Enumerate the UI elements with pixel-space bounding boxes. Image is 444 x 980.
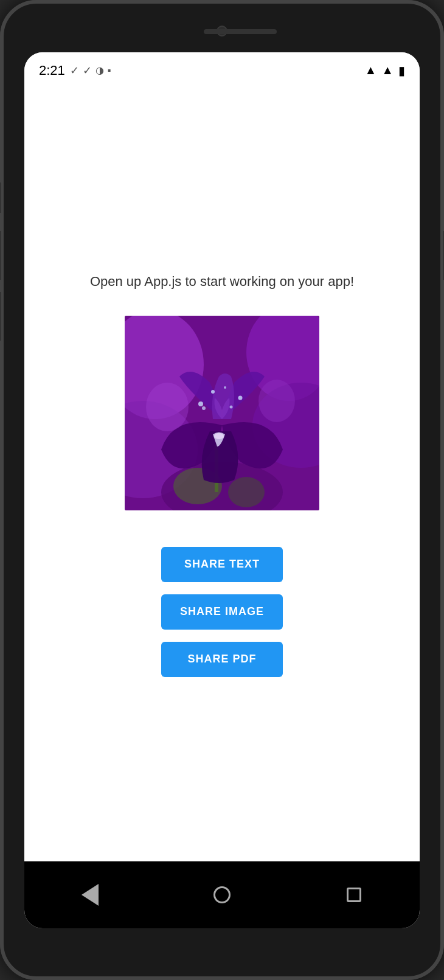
flower-svg — [125, 316, 319, 510]
home-icon — [213, 886, 231, 903]
back-button[interactable] — [75, 880, 105, 910]
main-content: Open up App.js to start working on your … — [24, 89, 420, 861]
volume-up-button — [0, 182, 1, 213]
app-description: Open up App.js to start working on your … — [90, 273, 354, 291]
share-image-button[interactable]: SHARE IMAGE — [161, 594, 283, 630]
status-left: 2:21 ✓ ✓ ◑ ▪ — [39, 63, 111, 78]
svg-point-14 — [211, 390, 215, 394]
sd-card-icon: ▪ — [108, 65, 111, 76]
svg-point-11 — [202, 406, 206, 410]
flower-image — [125, 316, 319, 510]
wifi-icon: ▲ — [364, 63, 376, 77]
battery-icon: ▮ — [398, 63, 405, 78]
share-text-button[interactable]: SHARE TEXT — [161, 547, 283, 582]
recent-icon — [347, 888, 361, 902]
svg-point-17 — [258, 380, 295, 422]
signal-icon: ▲ — [381, 63, 394, 77]
silent-button — [0, 292, 1, 341]
home-button[interactable] — [207, 880, 237, 910]
back-icon — [82, 884, 99, 906]
phone-device: 2:21 ✓ ✓ ◑ ▪ ▲ ▲ ▮ Open up App.js to sta… — [0, 0, 444, 980]
nav-bar — [24, 861, 420, 928]
svg-point-16 — [146, 383, 189, 431]
status-time: 2:21 — [39, 63, 65, 78]
svg-point-9 — [214, 433, 224, 439]
phone-screen: 2:21 ✓ ✓ ◑ ▪ ▲ ▲ ▮ Open up App.js to sta… — [24, 52, 420, 928]
check-icon-2: ✓ — [83, 64, 92, 77]
svg-point-13 — [230, 405, 233, 408]
buttons-container: SHARE TEXT SHARE IMAGE SHARE PDF — [161, 547, 283, 677]
check-icon-1: ✓ — [70, 64, 79, 77]
status-bar: 2:21 ✓ ✓ ◑ ▪ ▲ ▲ ▮ — [24, 52, 420, 89]
circle-half-icon: ◑ — [95, 64, 104, 76]
svg-point-10 — [198, 401, 203, 406]
volume-down-button — [0, 231, 1, 280]
status-right: ▲ ▲ ▮ — [364, 63, 405, 78]
status-icons-left: ✓ ✓ ◑ ▪ — [70, 64, 111, 77]
svg-point-7 — [228, 477, 265, 507]
speaker — [204, 29, 277, 34]
svg-point-15 — [224, 386, 226, 389]
share-pdf-button[interactable]: SHARE PDF — [161, 642, 283, 677]
svg-point-12 — [238, 395, 243, 400]
recent-apps-button[interactable] — [339, 880, 369, 910]
